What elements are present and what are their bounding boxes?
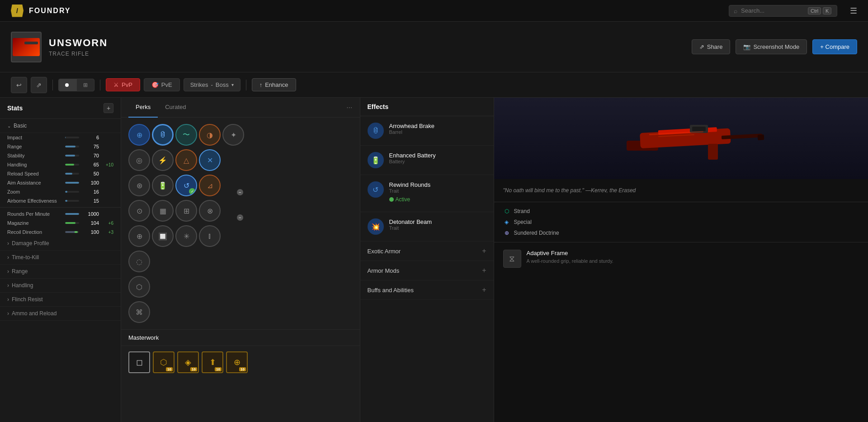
perk-icon-1-5[interactable]: ✦ xyxy=(222,124,244,146)
perk-row-8: ⌘ xyxy=(128,300,353,324)
header-actions: ⇗ Share 📷 Screenshot Mode + Compare xyxy=(692,39,857,54)
stat-value-stability: 70 xyxy=(83,153,99,158)
tag-special: ◈ Special xyxy=(503,218,859,226)
effect-arrowhead-brake: 🛢 Arrowhead Brake Barrel xyxy=(360,116,494,146)
stat-row-aim: Aim Assistance 100 xyxy=(0,178,121,187)
quote-section: "No oath will bind me to the past." —Ker… xyxy=(494,179,868,202)
sundered-icon: ⊕ xyxy=(503,229,510,237)
perk-icon-4-1[interactable]: ⊙ xyxy=(128,200,150,222)
perk-icon-4-4[interactable]: ⊗ xyxy=(199,200,221,222)
ammo-section: Ammo and Reload xyxy=(0,307,121,321)
masterwork-icon-3[interactable]: ⬆ 10 xyxy=(202,351,223,373)
pvp-button[interactable]: ⚔ PvP xyxy=(106,78,140,91)
perk-icon-7-1[interactable]: ⬡ xyxy=(128,276,150,298)
perk-icon-3-1[interactable]: ⊛ xyxy=(128,175,150,196)
app-logo[interactable]: / xyxy=(11,5,24,17)
perk-icon-2-4[interactable]: ✕ xyxy=(199,149,221,171)
weapon-art xyxy=(622,116,740,161)
exotic-armor-row[interactable]: Exotic Armor + xyxy=(360,242,494,261)
strikes-dropdown[interactable]: Strikes - Boss ▾ xyxy=(184,78,241,91)
perk-icon-1-2[interactable]: 🛢 xyxy=(152,124,174,146)
perk-icon-3-3[interactable]: ↺ ✓ xyxy=(175,175,197,196)
perk-minus-badge-2: − xyxy=(237,214,243,221)
effect-info-rewind: Rewind Rounds Trait Active xyxy=(389,181,486,205)
perk-icon-5-2[interactable]: 🔲 xyxy=(152,225,174,247)
perk-slot-empty xyxy=(222,149,244,171)
exotic-armor-plus: + xyxy=(482,247,486,255)
far-right-panel: "No oath will bind me to the past." —Ker… xyxy=(494,98,868,422)
share-tool-button[interactable]: ⇗ xyxy=(31,77,47,93)
menu-icon[interactable]: ☰ xyxy=(850,6,857,16)
handling-section: Handling xyxy=(0,279,121,293)
masterwork-icon-4[interactable]: ⊕ 10 xyxy=(226,351,248,373)
ammo-toggle[interactable]: Ammo and Reload xyxy=(0,307,121,320)
perk-icon-3-4[interactable]: ⊿ xyxy=(199,175,221,196)
chevron-right-icon-3 xyxy=(7,268,9,275)
damage-profile-label: Damage Profile xyxy=(12,240,49,247)
armor-mods-label: Armor Mods xyxy=(368,267,479,274)
stat-row-recoil: Recoil Direction 100 +3 xyxy=(0,228,121,237)
masterwork-icon-blank[interactable]: ◻ xyxy=(128,351,150,373)
ttk-toggle[interactable]: Time-to-Kill xyxy=(0,251,121,264)
pve-button[interactable]: 🎯 PvE xyxy=(144,78,180,91)
perk-row-6: ◌ xyxy=(128,250,353,273)
perks-more-menu[interactable]: ··· xyxy=(346,104,352,112)
share-button[interactable]: ⇗ Share xyxy=(692,39,731,54)
basic-section-toggle[interactable]: ⌄ Basic xyxy=(0,119,121,133)
masterwork-icon-1[interactable]: ⬡ 10 xyxy=(153,351,175,373)
range-section: Range xyxy=(0,265,121,279)
buffs-abilities-row[interactable]: Buffs and Abilities + xyxy=(360,280,494,300)
effect-rewind-rounds: ↺ Rewind Rounds Trait Active xyxy=(360,175,494,212)
perk-icon-3-2[interactable]: 🔋 xyxy=(152,175,174,196)
center-panel: Perks Curated ··· ⊕ 🛢 xyxy=(121,98,360,422)
perk-icon-5-4[interactable]: ⫿ xyxy=(199,225,221,247)
stat-row-stability: Stability 70 xyxy=(0,151,121,160)
flinch-toggle[interactable]: Flinch Resist xyxy=(0,293,121,306)
perk-icon-4-3[interactable]: ⊞ xyxy=(175,200,197,222)
enhance-button[interactable]: ↑ Enhance xyxy=(252,78,296,91)
compare-button[interactable]: + Compare xyxy=(812,39,857,54)
stats-add-button[interactable]: + xyxy=(104,103,113,113)
masterwork-badge-4: 10 xyxy=(239,367,246,371)
perk-icon-2-2[interactable]: ⚡ xyxy=(152,149,174,171)
search-icon: ⌕ xyxy=(734,7,737,14)
masterwork-icon-2[interactable]: ◈ 10 xyxy=(177,351,199,373)
stat-bar-handling xyxy=(65,164,79,166)
search-input[interactable] xyxy=(741,7,804,14)
stat-row-rpm: Rounds Per Minute 1000 xyxy=(0,209,121,218)
perk-icon-4-2[interactable]: ▦ xyxy=(152,200,174,222)
stat-name-zoom: Zoom xyxy=(7,189,61,194)
battery-symbol: 🔋 xyxy=(371,156,380,165)
tab-perks[interactable]: Perks xyxy=(128,98,158,118)
mode-dots[interactable] xyxy=(59,79,77,91)
perk-grid: ⊕ 🛢 〜 ◑ ✦ xyxy=(121,118,360,329)
perk-icon-5-3[interactable]: ✳ xyxy=(175,225,197,247)
perk-icon-5-1[interactable]: ⊕ xyxy=(128,225,150,247)
masterwork-badge-1: 10 xyxy=(166,367,173,371)
tab-curated[interactable]: Curated xyxy=(158,98,193,118)
armor-mods-row[interactable]: Armor Mods + xyxy=(360,261,494,280)
masterwork-symbol-3: ⬆ xyxy=(209,357,216,367)
perk-icon-2-1[interactable]: ◎ xyxy=(128,149,150,171)
effects-panel: Effects 🛢 Arrowhead Brake Barrel 🔋 Enhan… xyxy=(360,98,494,422)
perk-icon-1-4[interactable]: ◑ xyxy=(199,124,221,146)
stat-row-zoom: Zoom 16 xyxy=(0,187,121,196)
perk-icon-1-3[interactable]: 〜 xyxy=(175,124,197,146)
perk-icon-1-1[interactable]: ⊕ xyxy=(128,124,150,146)
perk-icon-8-1[interactable]: ⌘ xyxy=(128,301,150,323)
perk-icon-2-3[interactable]: △ xyxy=(175,149,197,171)
weapon-type: TRACE RIFLE xyxy=(49,51,108,57)
handling-toggle[interactable]: Handling xyxy=(0,279,121,292)
perk-icon-6-1[interactable]: ◌ xyxy=(128,251,150,272)
perk-row-1: ⊕ 🛢 〜 ◑ ✦ xyxy=(128,123,353,147)
stat-value-rpm: 1000 xyxy=(83,211,99,217)
damage-profile-toggle[interactable]: Damage Profile xyxy=(0,237,121,250)
search-bar[interactable]: ⌕ Ctrl K xyxy=(729,5,837,17)
screenshot-button[interactable]: 📷 Screenshot Mode xyxy=(736,39,807,54)
separator-dash: - xyxy=(211,81,212,88)
range-toggle[interactable]: Range xyxy=(0,265,121,278)
mode-grid[interactable]: ⊞ xyxy=(77,79,94,91)
effect-enhanced-battery: 🔋 Enhanced Battery Battery xyxy=(360,146,494,175)
undo-button[interactable]: ↩ xyxy=(11,77,27,93)
stat-row-airborne: Airborne Effectiveness 15 xyxy=(0,196,121,205)
